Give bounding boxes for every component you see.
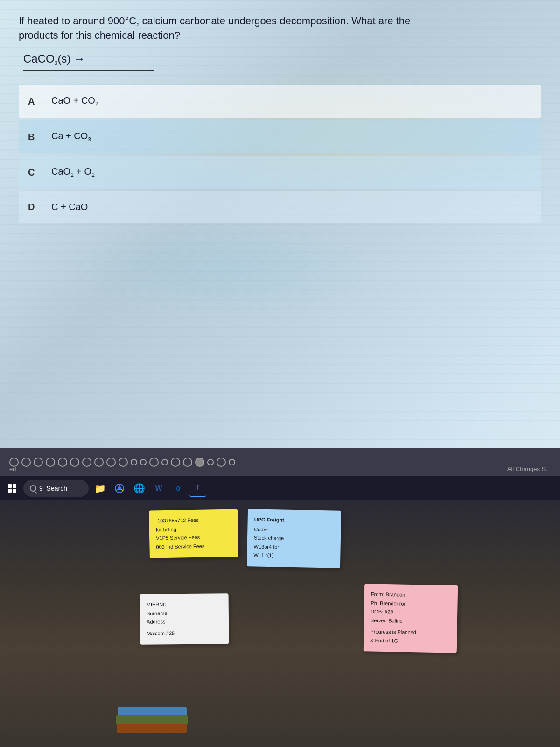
progress-dot-6[interactable]	[70, 458, 79, 467]
sticky-pink-line4: Server: Balins	[371, 616, 451, 625]
notebook-brown	[117, 724, 187, 733]
quiz-area: If heated to around 900°C, calcium carbo…	[0, 0, 560, 448]
desktop-area: -1037855712 Fees for billing V1P5 Servic…	[0, 500, 560, 747]
dots-container	[9, 458, 551, 467]
progress-dot-10[interactable]	[119, 458, 128, 467]
sticky-note-pink[interactable]: From: Brandon Ph: Brendoriron DOB: #28 S…	[364, 584, 458, 653]
answer-option-d[interactable]: D C + CaO	[19, 191, 541, 223]
taskbar-outlook[interactable]: o	[170, 480, 187, 497]
progress-dot-8[interactable]	[94, 458, 104, 467]
progress-dot-2[interactable]	[21, 458, 31, 467]
svg-line-4	[116, 489, 118, 491]
sticky-pink-line6: & End of 1G	[370, 636, 450, 645]
answer-option-a[interactable]: A CaO + CO2	[19, 85, 541, 118]
progress-dot-15[interactable]	[171, 458, 180, 467]
saved-label: ed	[9, 465, 16, 472]
answers-container: A CaO + CO2 B Ca + CO3 C CaO2 + O2 D C +…	[19, 85, 541, 223]
taskbar-teams[interactable]: T	[189, 480, 206, 497]
svg-line-3	[121, 489, 123, 491]
progress-dot-12[interactable]	[140, 459, 147, 465]
progress-dot-20[interactable]	[229, 459, 235, 465]
search-label: 9 Search	[39, 485, 67, 492]
sticky-yellow-line2: for billing	[156, 524, 231, 533]
answer-text-a: CaO + CO2	[51, 95, 98, 107]
wave-overlay	[0, 0, 560, 448]
search-icon	[30, 485, 36, 492]
taskbar-file-explorer[interactable]: 📁	[91, 480, 108, 497]
reaction-formula: CaCO3(s) →	[23, 52, 541, 67]
answer-label-d: D	[28, 202, 42, 212]
answer-text-c: CaO2 + O2	[51, 166, 95, 178]
progress-dot-19[interactable]	[217, 458, 226, 467]
sticky-white-line1: MIERNIL	[147, 600, 222, 608]
sticky-white-line3: Address	[147, 617, 222, 626]
sticky-pink-line1: From: Brandon	[371, 591, 451, 599]
answer-text-d: C + CaO	[51, 202, 88, 212]
answer-option-b[interactable]: B Ca + CO3	[19, 120, 541, 153]
progress-dot-17[interactable]	[195, 458, 204, 467]
progress-dot-18[interactable]	[207, 459, 214, 465]
sticky-yellow-line4: 003 Ind Service Fees	[156, 542, 231, 550]
sticky-note-blue[interactable]: UPG Freight Code- Stock charge WL3or4 fo…	[247, 509, 341, 568]
sticky-pink-line3: DOB: #28	[371, 608, 451, 617]
progress-dot-16[interactable]	[183, 458, 192, 467]
wave-overlay2	[0, 0, 560, 448]
sticky-blue-title: UPG Freight	[254, 516, 335, 525]
windows-start-button[interactable]	[4, 480, 21, 497]
progress-dot-4[interactable]	[46, 458, 55, 467]
sticky-pink-line2: Ph: Brendoriron	[371, 599, 451, 608]
notebook-green	[116, 715, 188, 725]
taskbar-edge[interactable]: 🌐	[131, 480, 147, 497]
notebook-blue	[118, 707, 187, 716]
sticky-pink-line5: Progress is Planned	[370, 627, 450, 636]
progress-dot-14[interactable]	[161, 459, 168, 465]
svg-point-1	[118, 486, 121, 490]
taskbar-word[interactable]: W	[150, 480, 167, 497]
search-badge: 9	[39, 485, 43, 492]
sticky-yellow-line1: -1037855712 Fees	[155, 516, 231, 525]
search-button[interactable]: 9 Search	[23, 480, 89, 497]
sticky-yellow-line3: V1P5 Service Fees	[156, 533, 231, 542]
answer-label-a: A	[28, 96, 42, 107]
progress-bar: ed All Changes S...	[0, 448, 560, 476]
sticky-blue-line1: Code-	[254, 525, 334, 534]
reaction-underline	[23, 70, 154, 71]
progress-dot-11[interactable]	[131, 459, 137, 465]
sticky-blue-line2: Stock charge	[254, 534, 334, 543]
sticky-white-line4: Malcom #25	[147, 629, 222, 637]
answer-label-c: C	[28, 167, 42, 178]
answer-option-c[interactable]: C CaO2 + O2	[19, 156, 541, 189]
progress-dot-9[interactable]	[106, 458, 116, 467]
notebook-stack	[117, 686, 191, 733]
answer-label-b: B	[28, 132, 42, 142]
sticky-note-yellow[interactable]: -1037855712 Fees for billing V1P5 Servic…	[149, 509, 238, 558]
progress-dot-5[interactable]	[58, 458, 67, 467]
taskbar: 9 Search 📁 🌐 W o T	[0, 476, 560, 500]
progress-dot-7[interactable]	[82, 458, 91, 467]
progress-dot-13[interactable]	[149, 458, 159, 467]
answer-text-b: Ca + CO3	[51, 131, 91, 143]
sticky-blue-line3: WL3or4 for	[254, 543, 334, 551]
windows-icon	[8, 484, 16, 493]
question-text: If heated to around 900°C, calcium carbo…	[19, 14, 439, 43]
taskbar-chrome[interactable]	[111, 480, 128, 497]
sticky-white-line2: Surname	[147, 609, 222, 617]
progress-dot-3[interactable]	[34, 458, 43, 467]
sticky-blue-line4: WL1 r(1)	[253, 551, 334, 560]
sticky-note-white[interactable]: MIERNIL Surname Address Malcom #25	[140, 593, 229, 645]
all-changes-label: All Changes S...	[507, 465, 551, 472]
